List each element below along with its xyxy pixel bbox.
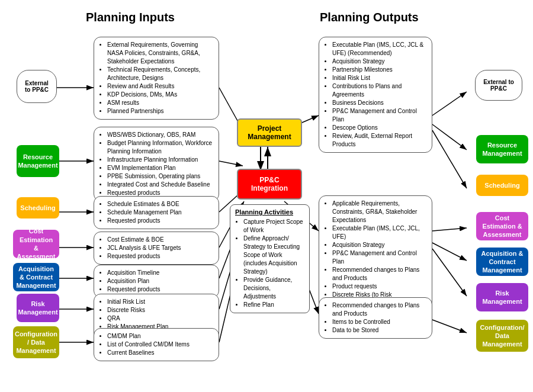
input-box-4: Cost Estimate & BOE JCL Analysis & UFE T… [94,232,219,265]
svg-line-27 [432,320,467,333]
svg-line-5 [219,161,243,166]
planning-outputs-title: Planning Outputs [320,11,474,24]
label-config-left: Configuration / Data Management [13,326,59,358]
input-box-3: Schedule Estimates & BOE Schedule Manage… [94,196,219,229]
svg-line-24 [432,228,467,231]
label-config-right: Configuration/ Data Management [476,320,528,352]
label-acquisition-right: Acquisition & Contract Management [476,248,528,276]
output-box-1: Executable Plan (IMS, LCC, JCL & UFE) (R… [319,37,432,153]
svg-line-26 [432,249,467,296]
output-box-3: Recommended changes to Plans and Product… [319,297,432,339]
project-management-box: Project Management [237,118,302,147]
svg-line-23 [432,130,467,188]
label-scheduling-left: Scheduling [17,197,59,219]
input-box-7: CM/DM Plan List of Controlled CM/DM Item… [94,328,219,361]
label-resource-management-right: Resource Management [476,135,528,163]
svg-line-25 [432,243,467,261]
svg-line-22 [432,124,467,150]
label-cost-estimation-left: Cost Estimation & Assessment [13,230,59,258]
input-box-5: Acquisition Timeline Acquisition Plan Re… [94,265,219,298]
label-acquisition-left: Acquisition & Contract Management [13,263,59,291]
label-cost-estimation-right: Cost Estimation & Assessment [476,212,528,240]
planning-activities-box: Planning Activities Capture Project Scop… [230,204,310,313]
label-resource-management-left: Resource Management [17,145,59,177]
label-risk-management-left: Risk Management [17,294,59,322]
diagram: Planning Inputs Planning Outputs Externa… [0,0,533,392]
svg-line-21 [432,92,467,115]
external-right-box: External to PP&C [475,70,522,101]
external-left-box: External to PP&C [17,70,57,103]
input-box-1: External Requirements, Governing NASA Po… [94,37,219,120]
planning-inputs-title: Planning Inputs [86,11,240,24]
ppc-integration-box: PP&C Integration [237,169,302,200]
input-box-2: WBS/WBS Dictionary, OBS, RAM Budget Plan… [94,127,219,201]
label-scheduling-right: Scheduling [476,175,528,196]
label-risk-management-right: Risk Management [476,283,528,311]
